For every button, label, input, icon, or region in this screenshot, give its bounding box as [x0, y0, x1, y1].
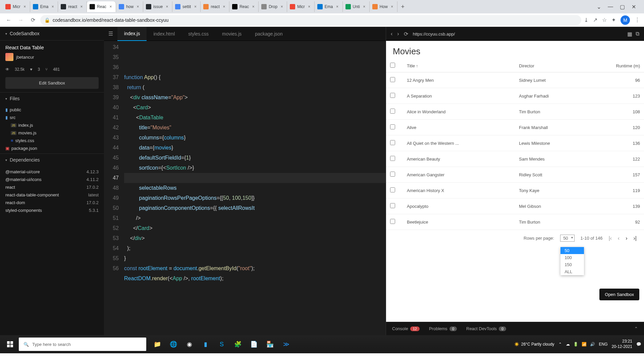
browser-tab[interactable]: Ema×: [315, 1, 343, 12]
col-title[interactable]: Title↑: [407, 63, 519, 68]
menu-icon[interactable]: ⋮: [635, 17, 640, 23]
file-styles-css[interactable]: ≡styles.css: [0, 137, 104, 144]
browser-tab[interactable]: Reac×: [229, 1, 259, 12]
chrome-icon[interactable]: ◉: [182, 338, 197, 351]
close-window-icon[interactable]: ✕: [632, 4, 636, 10]
browser-tab[interactable]: react×: [201, 1, 229, 12]
editor-tab[interactable]: index.js: [117, 27, 147, 41]
browser-tab[interactable]: issue×: [143, 1, 172, 12]
start-button[interactable]: [3, 338, 17, 351]
extensions-icon[interactable]: ✦: [611, 17, 616, 23]
folder-src[interactable]: ▮src: [0, 114, 104, 121]
vscode-icon[interactable]: ▮: [199, 338, 213, 351]
open-sandbox-button[interactable]: Open Sandbox: [599, 289, 639, 300]
close-icon[interactable]: ×: [279, 4, 284, 9]
preview-forward-button[interactable]: ›: [397, 31, 399, 37]
console-tab[interactable]: Console12: [392, 326, 420, 331]
rpp-option[interactable]: 50: [560, 247, 584, 254]
browser-tab[interactable]: Ema×: [30, 1, 58, 12]
row-checkbox[interactable]: [390, 187, 395, 192]
edge-icon[interactable]: 🌐: [166, 338, 180, 351]
bookmark-icon[interactable]: ☆: [602, 17, 607, 23]
first-page-button[interactable]: |‹: [608, 235, 611, 241]
notepad-icon[interactable]: 📄: [247, 338, 261, 351]
maximize-icon[interactable]: ▢: [620, 4, 625, 10]
rpp-option[interactable]: ALL: [560, 268, 584, 275]
browser-tab[interactable]: Micr×: [287, 1, 315, 12]
file-explorer-icon[interactable]: 📁: [150, 338, 164, 351]
table-row[interactable]: Alice in WonderlandTim Burton108: [386, 104, 644, 120]
url-input[interactable]: 🔒 codesandbox.io/embed/react-data-table-…: [40, 15, 581, 25]
preview-reload-button[interactable]: ⟳: [404, 31, 408, 37]
sidebar-header[interactable]: ▾ CodeSandbox: [0, 27, 104, 41]
new-tab-button[interactable]: +: [397, 1, 408, 12]
editor-tab[interactable]: movies.js: [215, 27, 248, 41]
clock[interactable]: 23:21 20-12-2021: [612, 339, 632, 349]
row-checkbox[interactable]: [390, 203, 395, 208]
row-checkbox[interactable]: [390, 172, 395, 177]
preview-layout-icon[interactable]: ▦: [627, 31, 632, 37]
close-icon[interactable]: ×: [165, 4, 169, 9]
table-row[interactable]: AliveFrank Marshall120: [386, 120, 644, 135]
close-icon[interactable]: ×: [362, 4, 367, 9]
editor-tab[interactable]: index.html: [147, 27, 181, 41]
files-section[interactable]: ▾ Files: [0, 92, 104, 105]
browser-tab[interactable]: Reac×: [87, 1, 116, 12]
dependency-item[interactable]: react17.0.2: [5, 183, 99, 191]
language-indicator[interactable]: ENG: [599, 342, 608, 347]
tabs-menu-icon[interactable]: ⌄: [597, 4, 601, 10]
file-index-js[interactable]: JSindex.js: [0, 121, 104, 129]
table-row[interactable]: American History XTony Kaye119: [386, 183, 644, 198]
folder-public[interactable]: ▮public: [0, 106, 104, 114]
back-button[interactable]: ←: [4, 15, 13, 25]
table-row[interactable]: A SeparationAsghar Farhadi123: [386, 88, 644, 104]
code-editor[interactable]: 3435363738394041424344454647484950515253…: [104, 41, 386, 335]
rpp-option[interactable]: 100: [560, 254, 584, 261]
app-icon[interactable]: 🧩: [231, 338, 245, 351]
volume-icon[interactable]: 🔊: [590, 342, 595, 347]
row-checkbox[interactable]: [390, 109, 395, 114]
table-row[interactable]: American BeautySam Mendes122: [386, 151, 644, 167]
dependency-item[interactable]: @material-ui/core4.12.3: [5, 168, 99, 176]
table-row[interactable]: BeetlejuiceTim Burton92: [386, 214, 644, 230]
browser-tab[interactable]: how×: [116, 1, 143, 12]
deps-section[interactable]: ▾ Dependencies: [0, 154, 104, 166]
notifications-icon[interactable]: 💬: [636, 342, 641, 347]
close-icon[interactable]: ×: [136, 4, 140, 9]
browser-tab[interactable]: settit×: [172, 1, 201, 12]
forward-button[interactable]: →: [16, 15, 25, 25]
browser-tab[interactable]: Drop×: [259, 1, 287, 12]
share-icon[interactable]: ↗: [593, 17, 597, 23]
close-icon[interactable]: ×: [50, 4, 55, 9]
dependency-item[interactable]: @material-ui/icons4.11.2: [5, 176, 99, 183]
dependency-item[interactable]: styled-components5.3.1: [5, 206, 99, 214]
weather-widget[interactable]: ☀️ 26°C Partly cloudy: [514, 342, 554, 347]
browser-tab[interactable]: react×: [58, 1, 87, 12]
edit-sandbox-button[interactable]: Edit Sandbox: [5, 77, 99, 89]
store-icon[interactable]: 🏪: [263, 338, 277, 351]
editor-tab[interactable]: package.json: [248, 27, 289, 41]
close-icon[interactable]: ×: [251, 4, 256, 9]
prev-page-button[interactable]: ‹: [618, 235, 620, 241]
row-checkbox[interactable]: [390, 219, 395, 224]
console-expand-icon[interactable]: ⌃: [634, 326, 638, 331]
row-checkbox[interactable]: [390, 140, 395, 145]
table-row[interactable]: 12 Angry MenSidney Lumet96: [386, 72, 644, 88]
close-icon[interactable]: ×: [22, 4, 27, 9]
close-icon[interactable]: ×: [390, 4, 394, 9]
editor-tab[interactable]: styles.css: [181, 27, 215, 41]
row-checkbox[interactable]: [390, 93, 395, 98]
preview-back-button[interactable]: ‹: [391, 31, 392, 37]
close-icon[interactable]: ×: [79, 4, 84, 9]
last-page-button[interactable]: ›|: [634, 235, 637, 241]
profile-avatar[interactable]: M: [621, 15, 630, 25]
file-package-json[interactable]: ▣package.json: [0, 144, 104, 152]
col-director[interactable]: Director: [519, 63, 603, 68]
taskbar-search[interactable]: 🔍 Type here to search: [19, 338, 146, 351]
col-runtime[interactable]: Runtime (m): [603, 63, 640, 68]
browser-tab[interactable]: How×: [370, 1, 397, 12]
close-icon[interactable]: ×: [307, 4, 312, 9]
install-icon[interactable]: ⤓: [584, 17, 588, 23]
close-icon[interactable]: ×: [193, 4, 198, 9]
table-row[interactable]: All Quiet on the Western ...Lewis Milest…: [386, 135, 644, 151]
